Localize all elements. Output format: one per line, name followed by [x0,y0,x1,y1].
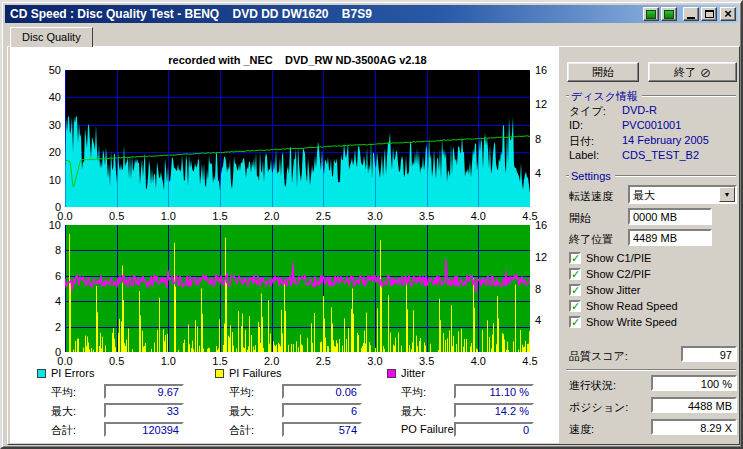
end-position-field[interactable]: 4489 MB [628,229,712,246]
titlebar-green-icon-2[interactable] [661,7,677,21]
disc-type-label: タイプ: [569,104,606,119]
checkbox-show-c1-pie[interactable]: ✓ Show C1/PIE [569,252,734,265]
checkbox-show-read-speed[interactable]: ✓ Show Read Speed [569,300,734,313]
tick-label: 0.5 [102,355,132,367]
tick-label: 50 [11,64,61,76]
tick-label: 0.0 [50,355,80,367]
checkbox-show-write-speed[interactable]: ✓ Show Write Speed [569,316,734,329]
start-position-field[interactable]: 0000 MB [628,208,712,225]
quality-score-label: 品質スコア: [569,349,628,364]
checkbox-icon[interactable]: ✓ [569,252,581,264]
tick-label: 12 [535,251,559,263]
pie-errors-plot [65,70,530,207]
checkbox-label: Show Read Speed [586,300,678,312]
tick-label: 16 [535,64,559,76]
disc-label-value: CDS_TEST_B2 [622,149,699,161]
jitter-max-value: 14.2 % [454,403,534,418]
max-label: 最大: [229,404,254,419]
position-value: 4488 MB [651,397,737,413]
pi-errors-total-value: 120394 [104,422,184,437]
tick-label: 20 [11,146,61,158]
pi-errors-swatch [37,369,46,378]
titlebar[interactable]: CD Speed : Disc Quality Test - BENQ DVD … [5,5,738,23]
green-window-icon [664,10,674,19]
pie-errors-chart: 504030201001612840.00.51.01.52.02.53.03.… [10,70,559,224]
speed-value: 8.29 X [651,419,737,435]
tick-label: 3.0 [360,355,390,367]
maximize-button[interactable] [701,7,717,21]
tick-label: 4.0 [463,355,493,367]
settings-header-label: Settings [571,170,611,182]
disc-label-label: Label: [569,149,599,161]
tick-label: 40 [11,91,61,103]
checkbox-icon[interactable]: ✓ [569,300,581,312]
po-failures-label: PO Failures: [401,423,462,435]
pi-failures-plot [65,225,530,352]
control-panel: 開始 終了 ⊘ ディスク情報 タイプ: DVD-R ID: PVC001001 … [562,48,738,443]
chevron-down-icon: ▼ [724,191,731,198]
checkbox-icon[interactable]: ✓ [569,268,581,280]
legend-title: PI Errors [51,367,94,379]
exit-button[interactable]: 終了 ⊘ [648,62,737,82]
tick-label: 8 [11,244,61,256]
disc-id-value: PVC001001 [622,119,681,131]
start-button-label: 開始 [592,65,614,80]
tick-label: 30 [11,119,61,131]
tick-label: 16 [535,219,559,231]
tick-label: 1.5 [205,355,235,367]
recorded-with-note: recorded with _NEC DVD_RW ND-3500AG v2.1… [65,54,530,66]
settings-header: Settings [566,170,736,182]
checkbox-icon[interactable]: ✓ [569,284,581,296]
app-window: CD Speed : Disc Quality Test - BENQ DVD … [0,0,743,449]
separator [566,369,736,371]
tick-label: 4 [535,167,559,179]
tick-label: 1.5 [205,210,235,222]
legend-pi-failures: PI Failures 平均: 0.06 最大: 6 合計: 574 [215,367,387,445]
transfer-speed-label: 転送速度 [569,189,613,204]
checkbox-show-jitter[interactable]: ✓ Show Jitter [569,284,734,297]
disc-id-label: ID: [569,119,583,131]
disc-info-header: ディスク情報 [566,90,736,102]
disc-info-header-label: ディスク情報 [571,89,638,104]
legend-jitter: Jitter 平均: 11.10 % 最大: 14.2 % PO Failure… [387,367,559,445]
disc-date-label: 日付: [569,134,594,149]
transfer-speed-value: 最大 [633,188,655,203]
pi-errors-avg-value: 9.67 [104,384,184,399]
tab-disc-quality[interactable]: Disc Quality [10,27,93,47]
tick-label: 2 [11,321,61,333]
end-position-label: 終了位置 [569,232,613,247]
minimize-button[interactable] [683,7,699,21]
quality-score-value: 97 [681,346,737,362]
checkbox-icon[interactable]: ✓ [569,316,581,328]
tick-label: 4 [535,314,559,326]
checkbox-label: Show Write Speed [586,316,677,328]
tick-label: 10 [11,174,61,186]
transfer-speed-dropdown[interactable]: 最大 ▼ [628,185,737,204]
start-button[interactable]: 開始 [567,62,639,82]
tick-label: 4 [11,295,61,307]
pi-failures-max-value: 6 [282,403,362,418]
tick-label: 1.0 [153,355,183,367]
tick-label: 2.0 [257,355,287,367]
close-button[interactable]: × [720,7,736,21]
titlebar-green-icon-1[interactable] [643,7,659,21]
checkbox-label: Show C2/PIF [586,268,651,280]
tick-label: 1.0 [153,210,183,222]
pi-failures-chart: 10864201612840.00.51.01.52.02.53.03.54.0… [10,225,559,371]
tick-label: 6 [11,270,61,282]
progress-label: 進行状況: [569,378,616,393]
avg-label: 平均: [51,385,76,400]
dropdown-button[interactable]: ▼ [719,187,735,202]
start-position-label: 開始 [569,211,591,226]
minimize-icon [687,17,695,19]
legend-pi-errors: PI Errors 平均: 9.67 最大: 33 合計: 120394 [37,367,209,445]
tick-label: 0.5 [102,210,132,222]
max-label: 最大: [51,404,76,419]
close-icon: × [724,9,732,19]
checkbox-show-c2-pif[interactable]: ✓ Show C2/PIF [569,268,734,281]
maximize-icon [705,10,714,18]
disc-type-value: DVD-R [622,104,657,116]
tick-label: 2.5 [308,355,338,367]
max-label: 最大: [401,404,426,419]
tick-label: 2.5 [308,210,338,222]
